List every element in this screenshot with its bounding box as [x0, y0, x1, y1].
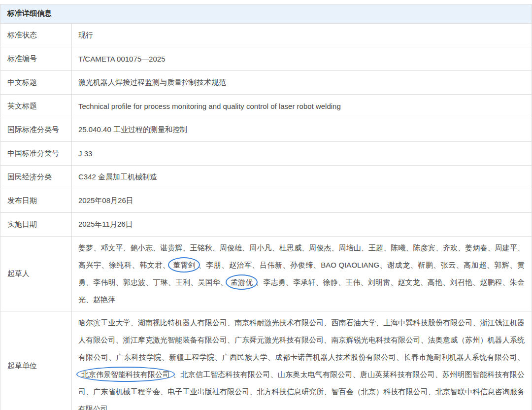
row-label: 实施日期: [0, 213, 72, 236]
table-row-chinese-title: 中文标题 激光机器人焊接过程监测与质量控制技术规范: [0, 70, 532, 94]
circled-organization-name: 北京伟景智能科技有限公司: [76, 367, 175, 382]
row-value: 激光机器人焊接过程监测与质量控制技术规范: [72, 71, 532, 94]
table-row-status: 标准状态 现行: [0, 23, 532, 47]
row-value: 2025年08月26日: [72, 189, 532, 212]
row-value: J 33: [72, 142, 532, 165]
table-row-implement-date: 实施日期 2025年11月26日: [0, 212, 532, 236]
table-row-number: 标准编号 T/CAMETA 001075—2025: [0, 47, 532, 70]
table-row-english-title: 英文标题 Technical profile for process monit…: [0, 94, 532, 118]
table-row-ccs: 中国标准分类号 J 33: [0, 141, 532, 165]
row-value: 2025年11月26日: [72, 213, 532, 236]
row-value: 25.040.40 工业过程的测量和控制: [72, 118, 532, 141]
table-row-economy-class: 国民经济分类 C342 金属加工机械制造: [0, 165, 532, 189]
table-row-drafters: 起草人 姜梦、邓文平、鲍小志、谌贵辉、王铭秋、周俊雄、周小凡、杜思威、周俊杰、周…: [0, 236, 532, 311]
standard-detail-panel: 标准详细信息 标准状态 现行 标准编号 T/CAMETA 001075—2025…: [0, 4, 532, 410]
row-label: 发布日期: [0, 189, 72, 212]
row-label: 起草人: [0, 237, 72, 311]
drafters-text: 姜梦、邓文平、鲍小志、谌贵辉、王铭秋、周俊雄、周小凡、杜思威、周俊杰、周培山、王…: [72, 237, 532, 311]
row-label: 标准状态: [0, 24, 72, 47]
row-label: 国际标准分类号: [0, 118, 72, 141]
row-value: T/CAMETA 001075—2025: [72, 47, 532, 70]
table-row-organizations: 起草单位 哈尔滨工业大学、湖南视比特机器人有限公司、南京科耐激光技术有限公司、西…: [0, 311, 532, 410]
row-label: 起草单位: [0, 311, 72, 410]
row-value: 现行: [72, 24, 532, 47]
panel-title: 标准详细信息: [0, 4, 532, 23]
row-label: 国民经济分类: [0, 166, 72, 189]
row-value: C342 金属加工机械制造: [72, 166, 532, 189]
table-row-ics: 国际标准分类号 25.040.40 工业过程的测量和控制: [0, 118, 532, 141]
circled-drafter-name: 孟游优: [226, 274, 258, 290]
table-row-publish-date: 发布日期 2025年08月26日: [0, 189, 532, 212]
row-label: 标准编号: [0, 47, 72, 70]
organizations-part: 哈尔滨工业大学、湖南视比特机器人有限公司、南京科耐激光技术有限公司、西南石油大学…: [78, 318, 525, 361]
circled-drafter-name: 董霄剑: [168, 257, 200, 273]
row-value: Technical profile for process monitoring…: [72, 95, 532, 118]
row-label: 中文标题: [0, 71, 72, 94]
organizations-text: 哈尔滨工业大学、湖南视比特机器人有限公司、南京科耐激光技术有限公司、西南石油大学…: [72, 311, 532, 410]
row-label: 英文标题: [0, 95, 72, 118]
row-label: 中国标准分类号: [0, 142, 72, 165]
